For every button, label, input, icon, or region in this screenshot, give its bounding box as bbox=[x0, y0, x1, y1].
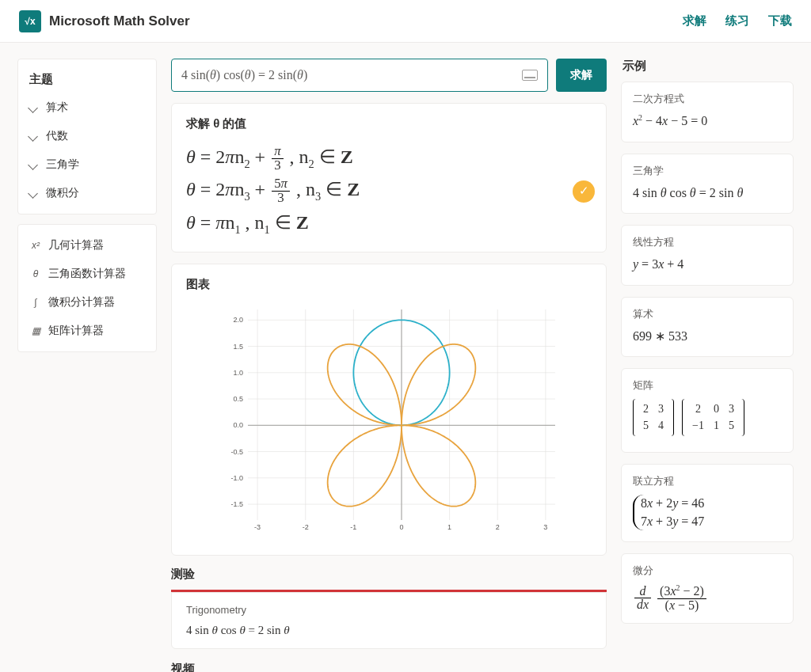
svg-text:3: 3 bbox=[543, 523, 547, 531]
quiz-category: Trigonometry bbox=[186, 604, 592, 616]
header: √x Microsoft Math Solver 求解 练习 下载 bbox=[0, 0, 811, 43]
chevron-down-icon bbox=[28, 188, 38, 199]
example-linear[interactable]: 线性方程 y = 3x + 4 bbox=[621, 225, 794, 285]
svg-text:2: 2 bbox=[496, 523, 500, 531]
svg-text:0: 0 bbox=[399, 523, 403, 531]
examples-panel: 示例 二次方程式 x2 − 4x − 5 = 0 三角学 4 sin θ cos… bbox=[621, 59, 794, 672]
sidebar-tool-calculus[interactable]: ∫微积分计算器 bbox=[18, 288, 156, 317]
quiz-equation: 4 sin θ cos θ = 2 sin θ bbox=[186, 624, 592, 637]
sidebar-topics-title: 主题 bbox=[18, 66, 156, 93]
quiz-title: 测验 bbox=[171, 567, 607, 582]
sidebar-topic-calculus[interactable]: 微积分 bbox=[18, 179, 156, 207]
nav-solve[interactable]: 求解 bbox=[683, 13, 706, 28]
top-nav: 求解 练习 下载 bbox=[683, 13, 792, 28]
matrix-icon: ▦ bbox=[29, 325, 42, 336]
sidebar-topic-algebra[interactable]: 代数 bbox=[18, 122, 156, 150]
example-system[interactable]: 联立方程 8x + 2y = 467x + 3y = 47 bbox=[621, 464, 794, 542]
svg-text:-2: -2 bbox=[303, 523, 309, 531]
examples-title: 示例 bbox=[621, 59, 794, 74]
solve-button[interactable]: 求解 bbox=[556, 59, 607, 92]
example-matrix[interactable]: 矩阵 2354 203−115 bbox=[621, 368, 794, 454]
quiz-card[interactable]: Trigonometry 4 sin θ cos θ = 2 sin θ bbox=[171, 590, 607, 649]
svg-text:0.0: 0.0 bbox=[233, 421, 243, 429]
sidebar-tool-geometry[interactable]: x²几何计算器 bbox=[18, 231, 156, 260]
svg-text:1: 1 bbox=[447, 523, 451, 531]
example-arithmetic[interactable]: 算术 699 ∗ 533 bbox=[621, 297, 794, 357]
solution-equations: θ = 2πn2 + π3 , n2 ∈ Z θ = 2πn3 + 5π3 , … bbox=[186, 141, 592, 239]
integral-icon: ∫ bbox=[29, 297, 42, 308]
chart-card: 图表 -1.5-1.0-0.50.00.51.01.52.0-3-2-10123 bbox=[171, 264, 607, 556]
keyboard-icon[interactable] bbox=[522, 70, 538, 81]
chevron-down-icon bbox=[28, 160, 38, 170]
svg-text:1.5: 1.5 bbox=[233, 342, 243, 350]
nav-download[interactable]: 下载 bbox=[768, 13, 792, 28]
chart-title: 图表 bbox=[186, 277, 592, 292]
equation-text: 4 sin(θ) cos(θ) = 2 sin(θ) bbox=[181, 68, 307, 82]
sidebar: 主题 算术 代数 三角学 微积分 x²几何计算器 θ三角函数计算器 ∫微积分计算… bbox=[17, 59, 157, 672]
svg-text:-3: -3 bbox=[254, 523, 261, 531]
svg-text:0.5: 0.5 bbox=[233, 395, 243, 403]
solution-card: 求解 θ 的值 θ = 2πn2 + π3 , n2 ∈ Z θ = 2πn3 … bbox=[171, 103, 607, 252]
example-quadratic[interactable]: 二次方程式 x2 − 4x − 5 = 0 bbox=[621, 82, 794, 142]
sidebar-tool-matrix[interactable]: ▦矩阵计算器 bbox=[18, 317, 156, 345]
chevron-down-icon bbox=[28, 131, 38, 142]
sidebar-topic-trigonometry[interactable]: 三角学 bbox=[18, 150, 156, 179]
equation-input[interactable]: 4 sin(θ) cos(θ) = 2 sin(θ) bbox=[171, 59, 548, 92]
svg-text:-0.5: -0.5 bbox=[230, 447, 243, 455]
logo-icon: √x bbox=[19, 10, 41, 32]
sidebar-topic-arithmetic[interactable]: 算术 bbox=[18, 93, 156, 122]
solution-title: 求解 θ 的值 bbox=[186, 116, 592, 131]
chevron-down-icon bbox=[28, 103, 38, 113]
brand-title: Microsoft Math Solver bbox=[49, 13, 190, 29]
svg-text:-1.5: -1.5 bbox=[230, 500, 243, 508]
svg-text:-1.0: -1.0 bbox=[230, 474, 243, 482]
svg-text:-1: -1 bbox=[350, 523, 356, 531]
video-title: 视频 bbox=[171, 662, 607, 672]
polar-chart: -1.5-1.0-0.50.00.51.01.52.0-3-2-10123 bbox=[186, 302, 592, 539]
svg-text:1.0: 1.0 bbox=[233, 369, 243, 377]
sidebar-tool-trigfn[interactable]: θ三角函数计算器 bbox=[18, 260, 156, 288]
geometry-icon: x² bbox=[29, 240, 42, 251]
verified-badge-icon: ✓ bbox=[573, 180, 595, 203]
example-derivative[interactable]: 微分 ddx (3x2 − 2)(x − 5) bbox=[621, 553, 794, 623]
example-trig[interactable]: 三角学 4 sin θ cos θ = 2 sin θ bbox=[621, 154, 794, 214]
nav-practice[interactable]: 练习 bbox=[725, 13, 749, 28]
theta-icon: θ bbox=[29, 268, 42, 279]
svg-text:2.0: 2.0 bbox=[233, 316, 243, 324]
